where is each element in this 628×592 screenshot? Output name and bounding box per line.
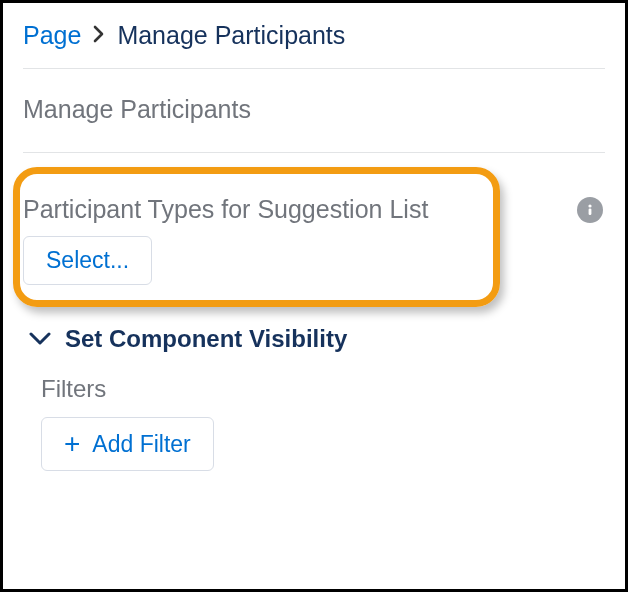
svg-rect-1 xyxy=(589,209,592,215)
info-icon[interactable] xyxy=(577,197,603,223)
svg-point-0 xyxy=(588,204,591,207)
set-component-visibility-label: Set Component Visibility xyxy=(65,325,347,353)
breadcrumb-current: Manage Participants xyxy=(117,21,345,50)
breadcrumb-root-link[interactable]: Page xyxy=(23,21,81,50)
participant-types-select-button[interactable]: Select... xyxy=(23,236,152,285)
participant-types-field: Participant Types for Suggestion List Se… xyxy=(23,195,605,285)
plus-icon: + xyxy=(64,430,80,458)
page-title: Manage Participants xyxy=(23,95,605,153)
set-component-visibility-toggle[interactable]: Set Component Visibility xyxy=(23,319,605,375)
chevron-right-icon xyxy=(93,23,105,49)
chevron-down-icon xyxy=(29,332,51,346)
breadcrumb: Page Manage Participants xyxy=(23,21,605,69)
participant-types-label: Participant Types for Suggestion List xyxy=(23,195,547,224)
filters-section: Filters + Add Filter xyxy=(23,375,605,471)
add-filter-label: Add Filter xyxy=(92,431,190,458)
add-filter-button[interactable]: + Add Filter xyxy=(41,417,214,471)
filters-label: Filters xyxy=(41,375,605,403)
